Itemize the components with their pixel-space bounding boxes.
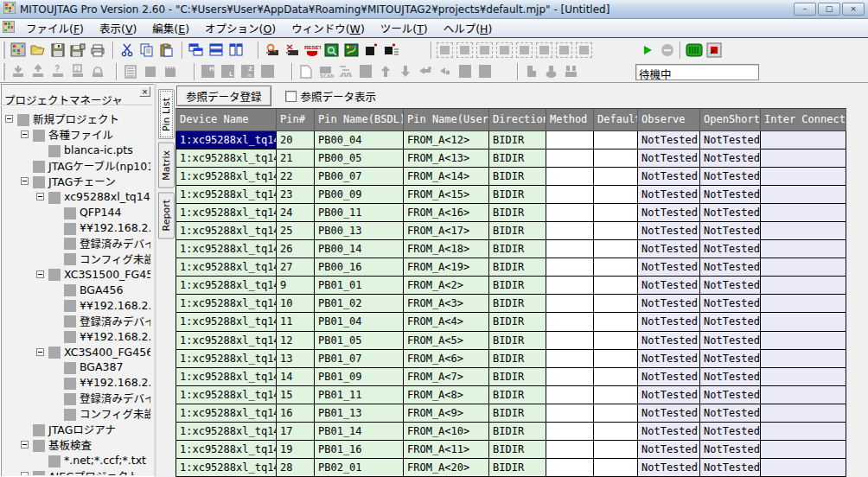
cell-method[interactable] [546,441,594,459]
tile-vertical-button[interactable] [226,41,246,60]
tree-expander-icon[interactable] [21,177,29,185]
cell-device[interactable]: 1:xc95288xl_tq144 [176,368,277,386]
cell-pin[interactable]: 11 [277,313,315,331]
cell-bsdl[interactable]: PB00_07 [315,168,404,186]
cell-openshort[interactable]: NotTested [700,149,761,168]
tree-item[interactable]: QFP144 [3,205,150,220]
jtag-reset-button[interactable]: RESET [302,41,322,60]
save-project-button[interactable] [48,41,67,60]
tile-horizontal-button[interactable] [206,41,226,60]
cell-inter[interactable] [761,459,846,477]
tree-item[interactable]: blanca-ic.pts [3,143,150,158]
cell-default[interactable] [594,168,638,186]
cell-direction[interactable]: BIDIR [489,423,546,441]
tree-item[interactable]: ¥¥192.168.2.1 [3,220,150,236]
cell-observe[interactable]: NotTested [638,131,700,149]
cell-default[interactable] [594,441,638,459]
jtag-halt-button[interactable] [704,41,724,60]
cell-pin[interactable]: 26 [277,240,315,258]
cell-device[interactable]: 1:xc95288xl_tq144 [176,404,277,423]
cell-bsdl[interactable]: PB00_04 [315,131,404,149]
maximize-button[interactable]: □ [818,3,840,16]
cell-method[interactable] [546,368,594,386]
cell-device[interactable]: 1:xc95288xl_tq144 [176,386,277,404]
cell-method[interactable] [546,204,594,222]
cell-user[interactable]: FROM_A<11> [404,441,489,459]
cell-default[interactable] [594,240,638,258]
stop-button[interactable] [657,41,677,60]
cell-bsdl[interactable]: PB01_14 [315,423,404,441]
cell-direction[interactable]: BIDIR [489,277,546,295]
column-header-default[interactable]: Default [594,109,638,131]
copy-button[interactable] [137,41,156,60]
cell-openshort[interactable]: NotTested [700,258,761,277]
cell-inter[interactable] [761,240,846,258]
cell-device[interactable]: 1:xc95288xl_tq144 [176,204,277,222]
cell-pin[interactable]: 23 [277,186,315,204]
cell-bsdl[interactable]: PB00_05 [315,149,404,168]
cell-device[interactable]: 1:xc95288xl_tq144 [176,423,277,441]
cell-pin[interactable]: 27 [277,258,315,277]
cell-direction[interactable]: BIDIR [489,258,546,277]
cell-pin[interactable]: 15 [277,386,315,404]
cascade-windows-button[interactable] [186,41,206,60]
cell-openshort[interactable]: NotTested [700,350,761,368]
cell-inter[interactable] [761,258,846,277]
cell-default[interactable] [594,423,638,441]
tree-item[interactable]: *.net;*.ccf;*.txt [3,453,150,468]
cell-inter[interactable] [761,204,846,222]
cell-observe[interactable]: NotTested [638,459,700,477]
cell-pin[interactable]: 21 [277,149,315,168]
cell-direction[interactable]: BIDIR [489,204,546,222]
cell-inter[interactable] [761,441,846,459]
cell-method[interactable] [546,131,594,149]
cell-bsdl[interactable]: PB01_13 [315,404,404,423]
cell-inter[interactable] [761,404,846,423]
cell-observe[interactable]: NotTested [638,149,700,168]
cell-method[interactable] [546,332,594,350]
cell-default[interactable] [594,368,638,386]
tab-pin-list[interactable]: Pin List [158,89,175,139]
cell-openshort[interactable]: NotTested [700,131,761,149]
menu-item-3[interactable]: オプション(O) [197,21,284,37]
tree-item[interactable]: BGA387 [3,359,150,375]
cell-method[interactable] [546,258,594,277]
menu-item-0[interactable]: ファイル(F) [18,21,92,37]
paste-button[interactable] [156,41,176,60]
tree-item[interactable]: ¥¥192.168.2.1 [3,375,150,391]
cell-pin[interactable]: 16 [277,404,315,423]
cell-inter[interactable] [761,277,846,295]
jtag-start-button[interactable] [684,41,704,60]
cell-default[interactable] [594,204,638,222]
cell-bsdl[interactable]: PB01_04 [315,313,404,331]
tree-expander-icon[interactable] [36,270,44,278]
menu-item-6[interactable]: ヘルプ(H) [436,21,501,37]
cell-pin[interactable]: 14 [277,368,315,386]
cell-device[interactable]: 1:xc95288xl_tq144 [176,240,277,258]
cell-openshort[interactable]: NotTested [700,441,761,459]
cell-default[interactable] [594,386,638,404]
cell-observe[interactable]: NotTested [638,222,700,240]
cell-openshort[interactable]: NotTested [700,204,761,222]
cell-user[interactable]: FROM_A<17> [404,222,489,240]
cell-direction[interactable]: BIDIR [489,313,546,331]
cell-bsdl[interactable]: PB01_07 [315,350,404,368]
cell-direction[interactable]: BIDIR [489,186,546,204]
cell-device[interactable]: 1:xc95288xl_tq144 [176,277,277,295]
cell-direction[interactable]: BIDIR [489,350,546,368]
cell-user[interactable]: FROM_A<14> [404,168,489,186]
cell-direction[interactable]: BIDIR [489,368,546,386]
column-header-device[interactable]: Device Name [176,109,277,131]
cell-bsdl[interactable]: PB00_16 [315,258,404,277]
cell-user[interactable]: FROM_A<6> [404,350,489,368]
cell-method[interactable] [546,149,594,168]
cell-method[interactable] [546,277,594,295]
cell-openshort[interactable]: NotTested [700,168,761,186]
cell-device[interactable]: 1:xc95288xl_tq144 [176,258,277,277]
cell-openshort[interactable]: NotTested [700,295,761,313]
tree-item[interactable]: 登録済みデバイ [3,236,150,251]
cell-observe[interactable]: NotTested [638,423,700,441]
column-header-bsdl[interactable]: Pin Name(BSDL) [315,109,404,131]
cell-observe[interactable]: NotTested [638,204,700,222]
cell-bsdl[interactable]: PB01_05 [315,332,404,350]
